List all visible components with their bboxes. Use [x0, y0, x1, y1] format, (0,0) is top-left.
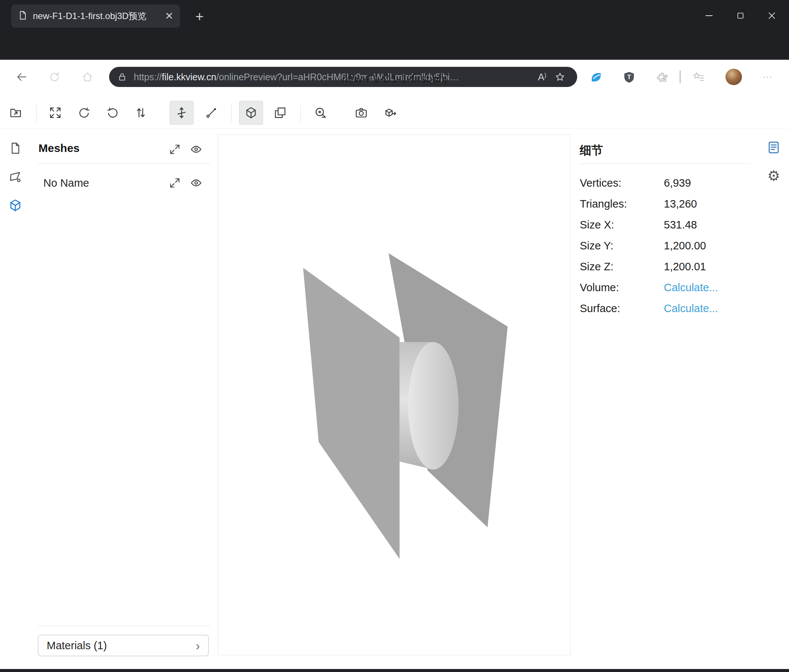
detail-row-size-z: Size Z: 1,200.01 [580, 256, 751, 277]
materials-label: Materials (1) [47, 640, 107, 652]
calculate-volume-link[interactable]: Calculate... [664, 282, 718, 294]
tab-title: new-F1-D1-1-first.obj3D预览 [33, 10, 160, 22]
panel-divider [38, 164, 210, 164]
toolbar-separator [231, 105, 232, 122]
materials-rail-icon[interactable] [8, 170, 22, 184]
window-controls [693, 0, 787, 31]
window-maximize-button[interactable] [725, 0, 756, 31]
detail-value: 1,200.00 [664, 240, 706, 252]
meshes-rail-icon[interactable] [8, 198, 22, 212]
detail-label: Size Z: [580, 261, 664, 273]
move-tool-button[interactable] [169, 101, 193, 125]
orthographic-view-button[interactable] [268, 101, 292, 125]
details-list-icon[interactable] [766, 140, 781, 155]
detail-label: Vertices: [580, 177, 664, 189]
chevron-right-icon: › [196, 639, 200, 652]
detail-value: 13,260 [664, 198, 697, 210]
window-minimize-button[interactable] [693, 0, 725, 31]
model-plane-left [303, 268, 399, 559]
toolbar-separator [36, 105, 37, 122]
open-model-button[interactable] [4, 101, 28, 125]
export-model-button[interactable] [379, 101, 402, 125]
visibility-mesh-icon[interactable] [189, 176, 203, 189]
detail-label: Surface: [580, 303, 664, 315]
panel-divider [38, 626, 210, 626]
window-close-button[interactable] [756, 0, 787, 31]
detail-row-volume: Volume: Calculate... [580, 277, 751, 298]
settings-gear-icon[interactable]: ⚙ [766, 168, 781, 184]
fit-mesh-icon[interactable] [168, 176, 182, 189]
detail-row-vertices: Vertices: 6,939 [580, 172, 751, 193]
fit-all-icon[interactable] [168, 143, 182, 156]
detail-value: 6,939 [664, 177, 691, 189]
tab-favicon-icon [18, 10, 28, 22]
screenshot-button[interactable] [349, 101, 373, 125]
detail-value: 1,200.01 [664, 261, 706, 273]
detail-row-triangles: Triangles: 13,260 [580, 193, 751, 214]
perspective-view-button[interactable] [239, 101, 263, 125]
calculate-surface-link[interactable]: Calculate... [664, 303, 718, 315]
tab-strip: new-F1-D1-1-first.obj3D预览 ✕ + [0, 0, 789, 31]
browser-tab[interactable]: new-F1-D1-1-first.obj3D预览 ✕ [11, 5, 180, 28]
details-panel-header: 细节 [580, 143, 603, 158]
rotate-right-button[interactable] [101, 101, 125, 125]
tab-close-icon[interactable]: ✕ [165, 11, 173, 21]
page-title: new-F1-D1-1-first.obj [0, 72, 789, 85]
details-table: Vertices: 6,939 Triangles: 13,260 Size X… [580, 172, 751, 319]
model-canvas [218, 135, 570, 655]
detail-value: 531.48 [664, 219, 697, 231]
detail-label: Size X: [580, 219, 664, 231]
model-viewport[interactable] [218, 134, 571, 655]
toolbar-separator [300, 105, 301, 122]
mesh-list-item[interactable]: No Name [43, 177, 89, 189]
file-info-icon[interactable] [8, 141, 22, 155]
detail-label: Size Y: [580, 240, 664, 252]
detail-label: Volume: [580, 282, 664, 294]
line-tool-button[interactable] [200, 101, 224, 125]
window-bottom-edge [0, 669, 789, 672]
detail-row-size-y: Size Y: 1,200.00 [580, 235, 751, 256]
panel-divider [580, 164, 751, 164]
detail-row-surface: Surface: Calculate... [580, 298, 751, 319]
fit-view-button[interactable] [43, 101, 67, 125]
measure-tool-button[interactable] [308, 101, 332, 125]
new-tab-button[interactable]: + [191, 8, 208, 25]
materials-button[interactable]: Materials (1) › [38, 635, 209, 656]
meshes-panel-header: Meshes [38, 142, 80, 154]
flip-vertical-button[interactable] [129, 101, 153, 125]
detail-label: Triangles: [580, 198, 664, 210]
navigation-bar: https://file.kkview.cn/onlinePreview?url… [0, 31, 789, 60]
rotate-left-button[interactable] [72, 101, 96, 125]
detail-row-size-x: Size X: 531.48 [580, 214, 751, 235]
model-cylinder-cap [408, 342, 458, 470]
visibility-all-icon[interactable] [189, 143, 203, 156]
